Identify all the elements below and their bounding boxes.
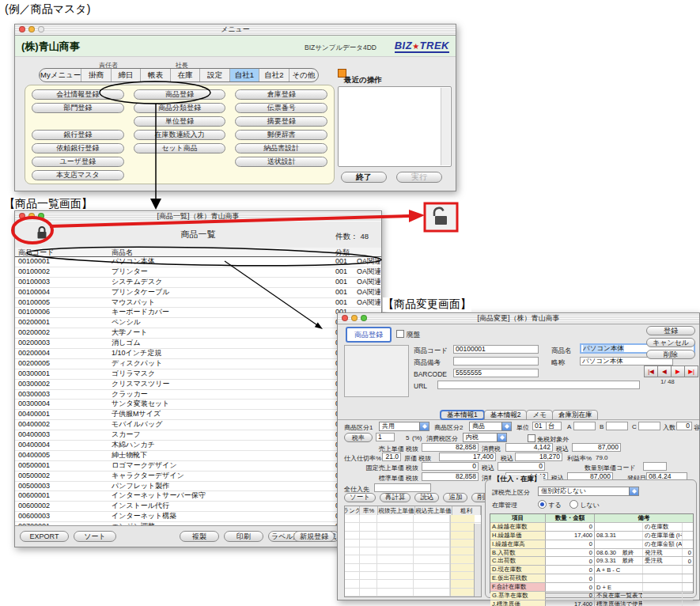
first-record-icon[interactable]: |◀ — [644, 365, 658, 377]
menu-button[interactable]: 会社情報登録 — [32, 89, 124, 100]
close-icon[interactable] — [19, 213, 25, 219]
table-row[interactable]: 00400005 紳士物靴下 004 — [15, 451, 381, 461]
table-row[interactable]: 00100001 パソコン本体 001 OA関連 — [15, 257, 381, 267]
table-row[interactable]: 00200003 消しゴム 002 — [15, 339, 381, 349]
table-row[interactable]: 00100004 プリンタケーブル 001 OA関連 — [15, 288, 381, 298]
table-row[interactable]: 00400002 モバイルバッグ 004 — [15, 420, 381, 430]
table-row[interactable]: 00100005 マウスパット 001 OA関連 — [15, 298, 381, 309]
duplicate-button[interactable]: 複製 — [180, 531, 219, 542]
cat1-select[interactable]: 共用 — [379, 422, 429, 431]
tab[interactable]: メモ — [526, 410, 552, 420]
zoom-icon[interactable] — [38, 213, 44, 219]
menu-button[interactable]: 銀行登録 — [32, 130, 124, 140]
menu-button[interactable]: 納品書設計 — [235, 143, 327, 153]
taxable-select[interactable]: 個別対応しない — [538, 487, 639, 496]
table-row[interactable]: 00100006 キーボードカバー 001 — [15, 308, 381, 318]
prev-record-icon[interactable]: ◀ — [657, 365, 672, 377]
recent-operations-list[interactable] — [338, 86, 452, 167]
checkbox-icon[interactable] — [396, 330, 404, 338]
rank-action-button[interactable]: ソート — [344, 493, 376, 502]
delete-button[interactable]: 削除 — [646, 350, 695, 359]
close-icon[interactable] — [342, 315, 348, 321]
menu-button[interactable]: 商品登録 — [134, 89, 226, 100]
tab[interactable]: 基本情報2 — [484, 410, 528, 420]
table-row[interactable]: 00500003 パンフレット製作 005 — [15, 482, 381, 492]
menu-button[interactable]: 在庫数連続入力 — [134, 130, 226, 140]
menu-button[interactable]: 摘要登録 — [235, 116, 327, 127]
menu-button[interactable]: 伝票番号 — [235, 103, 327, 113]
purchase-inc-input[interactable]: 18,270 — [515, 453, 562, 461]
quit-button[interactable]: 終了 — [341, 172, 387, 183]
menu-button[interactable]: 郵便辞書 — [235, 130, 327, 140]
save-button[interactable]: 登録 — [646, 326, 695, 335]
tax-no-input[interactable]: 1 — [376, 433, 395, 441]
tax-rate-button[interactable]: 税率 — [344, 433, 373, 442]
table-row[interactable]: 00400001 子供服Mサイズ 004 — [15, 410, 381, 420]
menu-tab[interactable]: その他 — [289, 69, 318, 81]
menu-tab[interactable]: 掛商 — [81, 69, 110, 81]
tax-type-select[interactable]: 内税 — [463, 433, 507, 442]
radio-icon[interactable] — [569, 500, 578, 509]
unit-name-input[interactable]: 台 — [546, 422, 562, 430]
rank-price-table[interactable]: ランク 率% 税抜売上単価 税込売上単価 粗利 — [344, 506, 482, 597]
table-row[interactable]: 00400004 木綿ハンカチ 004 — [15, 441, 381, 451]
table-row[interactable]: 00600002 インストール代行 006 — [15, 502, 381, 512]
supplier-input[interactable] — [374, 483, 431, 492]
table-row[interactable]: 00200004 1/10インチ定規 002 — [15, 349, 381, 359]
menu-button[interactable]: 部門登録 — [32, 103, 124, 113]
print-button[interactable]: 印刷 — [224, 531, 263, 542]
table-row[interactable]: 00100002 プリンター 001 OA関連 — [15, 267, 381, 278]
menu-button[interactable]: ユーザ登録 — [32, 157, 124, 167]
qty-price-code-input[interactable] — [643, 462, 667, 471]
scrollbar[interactable] — [474, 524, 481, 597]
menu-button[interactable]: 倉庫登録 — [235, 89, 327, 100]
close-icon[interactable] — [19, 26, 25, 32]
rank-action-button[interactable]: 再計算 — [380, 493, 411, 502]
standard-net-input[interactable]: 82,858 — [422, 472, 479, 481]
menu-button[interactable]: 依頼銀行登録 — [32, 143, 124, 153]
radio-selected-icon[interactable] — [538, 500, 547, 509]
rank-action-button[interactable]: 追加 — [443, 493, 467, 502]
b-input[interactable] — [606, 422, 628, 430]
table-row[interactable]: 00300002 クリスマスツリー 003 — [15, 380, 381, 390]
checkbox-icon[interactable] — [528, 434, 535, 442]
sales-net-input[interactable]: 82,858 — [422, 443, 479, 452]
menu-tab[interactable]: 自社1 — [229, 69, 259, 81]
sales-inc-input[interactable]: 87,000 — [572, 443, 621, 452]
a-input[interactable] — [573, 422, 596, 430]
menu-tab[interactable]: 設定 — [199, 69, 229, 81]
menu-tab[interactable]: 在庫 — [170, 69, 199, 81]
edit-titlebar[interactable]: [商品変更]（株）青山商事 — [338, 313, 699, 324]
menu-button[interactable]: 単位登録 — [134, 116, 226, 127]
table-row[interactable]: 00500001 ロゴマークデザイン 005 — [15, 461, 381, 472]
zoom-icon[interactable] — [38, 26, 44, 32]
menu-tab[interactable]: 帳表 — [140, 69, 169, 81]
table-row[interactable]: 00200005 ディスクパット 002 — [15, 359, 381, 369]
unit-code-input[interactable]: 01 — [532, 422, 547, 430]
table-row[interactable]: 00300003 クラッカー 003 — [15, 390, 381, 400]
new-entry-button[interactable]: 新規登録 — [293, 531, 335, 542]
menu-tab[interactable]: 自社2 — [259, 69, 288, 81]
run-button[interactable]: 実行 — [396, 172, 442, 183]
table-row[interactable]: 00200002 大学ノート 002 — [15, 328, 381, 339]
table-row[interactable]: 00100003 システムデスク 001 OA関連 — [15, 278, 381, 288]
table-row[interactable]: 00600003 インターネット構築 006 — [15, 512, 381, 522]
scrollbar[interactable] — [441, 88, 450, 165]
menu-tab[interactable]: 締日 — [111, 69, 140, 81]
tab[interactable]: 倉庫別在庫 — [552, 410, 599, 420]
qty-input[interactable]: 0 — [676, 422, 692, 430]
list-titlebar[interactable]: [商品一覧]（株）青山商事 — [15, 211, 381, 222]
last-record-icon[interactable]: ▶| — [684, 365, 698, 377]
menu-button[interactable]: 商品分類登録 — [134, 103, 226, 113]
fixed-net-input[interactable]: 0 — [422, 462, 479, 471]
cancel-button[interactable]: キャンセル — [646, 338, 695, 347]
menu-button[interactable]: セット商品 — [134, 143, 226, 153]
minimize-icon[interactable] — [28, 213, 35, 219]
product-register-button[interactable]: 商品登録 — [346, 327, 392, 343]
minimize-icon[interactable] — [351, 315, 358, 321]
table-row[interactable]: 00300001 ゴリラマスク 003 — [15, 369, 381, 380]
table-row[interactable]: 00600001 インターネットサーバー保守 006 — [15, 491, 381, 502]
code-input[interactable]: 00100001 — [453, 345, 539, 354]
minimize-icon[interactable] — [28, 26, 35, 32]
rank-action-button[interactable]: 読込 — [414, 493, 439, 502]
